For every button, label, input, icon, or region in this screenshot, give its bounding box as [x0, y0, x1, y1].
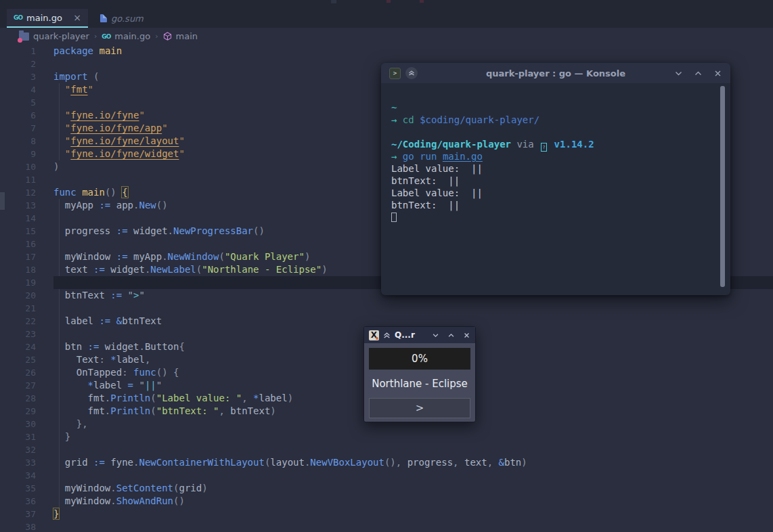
code-text: [53, 302, 773, 315]
code-token: () {: [156, 367, 179, 378]
code-token: btnText: ||: [391, 200, 460, 210]
code-token: :=: [99, 200, 110, 210]
breadcrumb-symbol[interactable]: main: [163, 31, 198, 41]
code-token: text: [53, 264, 93, 275]
code-token: (: [196, 264, 202, 275]
code-token: myApp: [53, 200, 99, 210]
konsole-window: > quark-player : go — Konsole ~→ cd $cod…: [381, 63, 730, 295]
code-token: NewLabel: [150, 264, 196, 275]
code-text: [53, 443, 773, 456]
code-token: [53, 110, 65, 120]
code-token: ): [288, 393, 293, 403]
code-token: "Quark Player": [225, 251, 305, 262]
code-token: [116, 187, 122, 198]
code-text: [53, 520, 773, 532]
code-token: ~: [391, 102, 397, 113]
maximize-icon[interactable]: [694, 69, 703, 78]
code-text: myWindow.ShowAndRun(): [53, 495, 773, 508]
terminal-line: → cd $coding/quark-player/: [391, 114, 730, 126]
code-token: .: [139, 341, 144, 352]
code-token: $coding/quark-player/: [414, 114, 539, 125]
terminal-line: Label value: ||: [391, 162, 730, 175]
close-icon[interactable]: [713, 69, 722, 78]
xorg-app-icon: X: [369, 330, 379, 340]
code-token: NewWindow: [168, 251, 219, 262]
double-chevron-up-icon[interactable]: [383, 332, 391, 339]
code-token: .: [110, 495, 116, 506]
line-number: 15: [0, 225, 36, 238]
cropped-fragment: [386, 0, 391, 3]
code-token: ): [53, 161, 59, 172]
line-number: 6: [0, 109, 36, 122]
line-number: 8: [0, 135, 36, 148]
breadcrumb-label: main.go: [114, 31, 150, 41]
konsole-titlebar[interactable]: > quark-player : go — Konsole: [381, 63, 730, 83]
code-token: ": [156, 380, 162, 391]
code-token: Label value: ||: [391, 163, 483, 174]
code-token: progress: [53, 225, 116, 236]
line-number: 10: [0, 160, 36, 173]
code-token: [110, 315, 116, 326]
terminal-line: ~: [391, 102, 730, 114]
code-token: &: [116, 315, 122, 326]
breadcrumb: quark-player › GO main.go › main: [0, 28, 198, 45]
code-token: :=: [93, 264, 105, 275]
tab-main-go[interactable]: GO main.go ×: [7, 9, 88, 28]
code-token: [53, 431, 65, 442]
maximize-icon[interactable]: [447, 332, 455, 339]
code-token: widget: [128, 225, 168, 236]
minimize-icon[interactable]: [674, 69, 683, 78]
code-token: (): [253, 225, 265, 236]
play-button[interactable]: >: [369, 398, 470, 418]
cropped-fragment: [331, 0, 336, 3]
code-token: func: [133, 367, 156, 378]
code-token: (: [219, 251, 224, 262]
code-line: 31 }: [0, 430, 773, 443]
code-token: main.go: [443, 151, 483, 162]
line-number: 35: [0, 482, 36, 495]
code-token: :=: [116, 225, 128, 236]
code-line: 35 myWindow.SetContent(grid): [0, 482, 773, 495]
tab-label: main.go: [26, 13, 62, 23]
code-token: SetContent: [116, 483, 173, 493]
code-line: 1package main: [0, 45, 773, 58]
scrollbar-thumb[interactable]: [720, 86, 725, 287]
line-number: 38: [0, 520, 36, 532]
line-number: 21: [0, 302, 36, 315]
code-token: [53, 380, 88, 391]
code-token: [122, 290, 127, 301]
code-token: "btnText: ": [156, 405, 219, 416]
line-number: 16: [0, 238, 36, 250]
player-titlebar[interactable]: X Q...r: [364, 327, 475, 343]
code-token: :=: [93, 457, 105, 468]
terminal-line: btnText: ||: [391, 199, 730, 211]
cube-icon: [163, 32, 172, 41]
code-line: 38: [0, 520, 773, 532]
code-token: label: [116, 354, 145, 365]
code-token: *: [88, 380, 93, 391]
code-token: ): [270, 405, 275, 416]
tab-go-sum[interactable]: go.sum: [93, 9, 152, 28]
code-token: import: [53, 71, 88, 82]
breadcrumb-label: main: [176, 31, 198, 41]
code-text: myWindow.SetContent(grid): [53, 482, 773, 495]
code-token: }: [65, 431, 70, 442]
code-token: (: [150, 405, 156, 416]
code-token: [53, 148, 65, 159]
code-token: NewProgressBar: [173, 225, 253, 236]
line-number: 31: [0, 430, 36, 443]
terminal-output[interactable]: ~→ cd $coding/quark-player/~/Coding/quar…: [381, 83, 730, 223]
code-line: 34: [0, 469, 773, 482]
tab-label: go.sum: [111, 14, 143, 24]
close-icon[interactable]: [463, 332, 470, 339]
close-tab-icon[interactable]: ×: [73, 12, 81, 23]
code-token: main: [82, 187, 105, 198]
breadcrumb-file[interactable]: GO main.go: [102, 31, 150, 41]
line-number: 37: [0, 508, 36, 520]
breadcrumb-label: quark-player: [33, 31, 89, 41]
keep-above-button[interactable]: [405, 67, 418, 79]
minimize-icon[interactable]: [432, 332, 439, 339]
line-number: 34: [0, 469, 36, 482]
line-number: 7: [0, 122, 36, 135]
breadcrumb-folder[interactable]: quark-player: [19, 31, 89, 41]
